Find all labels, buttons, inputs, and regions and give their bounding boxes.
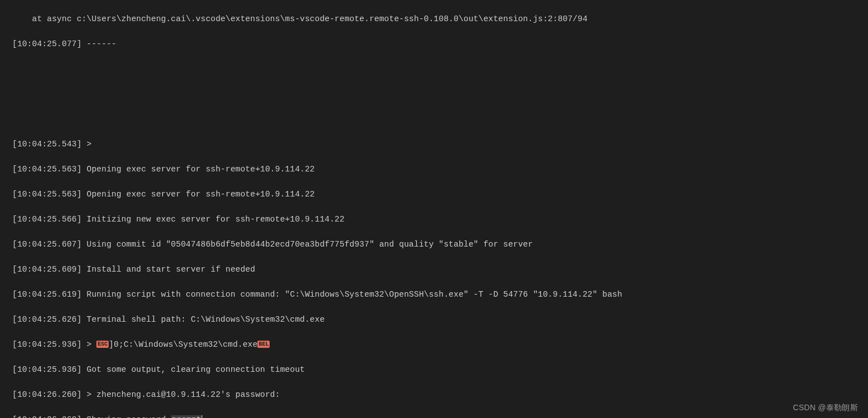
log-line: [10:04:25.563] Opening exec server for s… (12, 188, 856, 201)
log-text: ]0;C:\Windows\System32\cmd.exe (109, 340, 257, 349)
log-line (12, 88, 856, 101)
log-text: [10:04:25.936] > (12, 340, 96, 349)
watermark-text: CSDN @泰勒朗斯 (793, 401, 858, 414)
log-line: [10:04:25.609] Install and start server … (12, 263, 856, 276)
log-line: [10:04:25.563] Opening exec server for s… (12, 163, 856, 176)
log-line: [10:04:26.260] > zhencheng.cai@10.9.114.… (12, 389, 856, 401)
log-line: [10:04:25.566] Initizing new exec server… (12, 213, 856, 226)
log-line: at async c:\Users\zhencheng.cai\.vscode\… (12, 13, 856, 26)
log-line: [10:04:26.260] Showing password prompt (12, 414, 856, 418)
log-line: [10:04:25.607] Using commit id "05047486… (12, 238, 856, 251)
log-line: [10:04:25.543] > (12, 138, 856, 151)
log-line (12, 113, 856, 126)
log-line: [10:04:25.077] ------ (12, 38, 856, 51)
bel-badge-icon: BEL (257, 341, 270, 348)
log-text: [10:04:26.260] Showing password (12, 415, 171, 418)
log-line: [10:04:25.626] Terminal shell path: C:\W… (12, 313, 856, 326)
terminal-output[interactable]: at async c:\Users\zhencheng.cai\.vscode\… (0, 0, 868, 418)
log-line (12, 63, 856, 76)
highlighted-text: prompt (171, 415, 202, 418)
log-line: [10:04:25.936] Got some output, clearing… (12, 363, 856, 376)
log-line: [10:04:25.619] Running script with conne… (12, 288, 856, 301)
log-line: [10:04:25.936] > ESC]0;C:\Windows\System… (12, 338, 856, 351)
esc-badge-icon: ESC (96, 341, 109, 348)
